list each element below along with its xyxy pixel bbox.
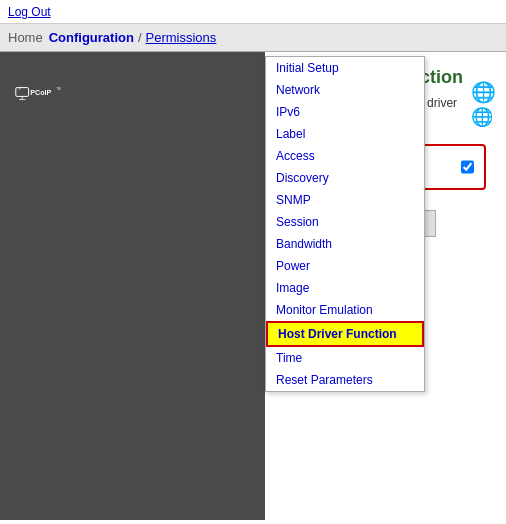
menu-item-network[interactable]: Network [266,79,424,101]
menu-item-host-driver-function[interactable]: Host Driver Function [266,321,424,347]
logout-link[interactable]: Log Out [8,5,51,19]
menu-item-time[interactable]: Time [266,347,424,369]
left-panel: PCoIP TM [0,52,265,520]
menu-item-access[interactable]: Access [266,145,424,167]
nav-home: Home [8,30,43,45]
nav-permissions[interactable]: Permissions [146,30,217,45]
logo-area: PCoIP TM [15,72,250,120]
nav-bar: Home Configuration / Permissions [0,24,506,52]
menu-item-session[interactable]: Session [266,211,424,233]
svg-text:TM: TM [57,87,62,91]
menu-item-image[interactable]: Image [266,277,424,299]
menu-item-bandwidth[interactable]: Bandwidth [266,233,424,255]
pcoip-logo: PCoIP TM [15,72,63,120]
globe-icon-1: 🌐 [471,80,496,104]
enable-host-driver-checkbox[interactable] [461,160,474,174]
menu-item-label[interactable]: Label [266,123,424,145]
config-dropdown-menu: Initial SetupNetworkIPv6LabelAccessDisco… [265,56,425,392]
nav-config[interactable]: Configuration [49,30,134,45]
globe-icon-2: 🌐 [471,106,496,128]
svg-text:PCoIP: PCoIP [30,88,51,97]
globe-area: 🌐 🌐 [471,80,496,130]
svg-rect-0 [16,88,29,97]
menu-item-reset-parameters[interactable]: Reset Parameters [266,369,424,391]
nav-sep: / [138,30,142,45]
menu-item-initial-setup[interactable]: Initial Setup [266,57,424,79]
menu-item-power[interactable]: Power [266,255,424,277]
main-container: PCoIP TM Host Driver Function Enable or … [0,52,506,520]
menu-item-discovery[interactable]: Discovery [266,167,424,189]
menu-item-ipv6[interactable]: IPv6 [266,101,424,123]
menu-item-snmp[interactable]: SNMP [266,189,424,211]
menu-item-monitor-emulation[interactable]: Monitor Emulation [266,299,424,321]
top-bar: Log Out [0,0,506,24]
